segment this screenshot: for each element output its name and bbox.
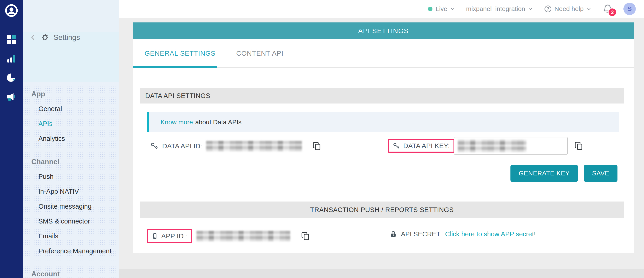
copy-data-api-key-icon[interactable] — [574, 141, 584, 151]
data-api-key-highlight-box: DATA API KEY: — [388, 139, 455, 153]
transaction-section-body: APP ID : — [140, 218, 624, 253]
page-title: API SETTINGS — [358, 27, 409, 35]
know-more-text: about Data APIs — [195, 119, 242, 126]
chevron-down-icon — [450, 6, 456, 12]
sidebar-item-general[interactable]: General — [23, 101, 119, 116]
section-title-account: Account — [31, 270, 119, 278]
sidebar-title: Settings — [54, 33, 80, 42]
notifications-bell[interactable]: 2 — [602, 4, 613, 14]
settings-sidebar: Settings App General APIs Analytics Chan… — [23, 0, 120, 278]
chevron-down-icon — [586, 6, 592, 12]
sidebar-item-emails[interactable]: Emails — [23, 229, 119, 244]
data-api-key-input[interactable] — [454, 137, 568, 155]
tab-bar: GENERAL SETTINGS CONTENT API — [133, 39, 634, 68]
help-label: Need help — [554, 5, 584, 13]
sidebar-item-apis[interactable]: APIs — [23, 116, 119, 131]
api-secret-label: API SECRET: — [401, 230, 442, 238]
live-status-dot — [428, 7, 432, 11]
api-secret-row: API SECRET: Click here to show APP secre… — [390, 230, 536, 238]
project-name: mixpanel_integration — [466, 5, 525, 13]
help-dropdown[interactable]: Need help — [544, 5, 592, 13]
analytics-bars-icon[interactable] — [6, 53, 16, 63]
data-api-section-header: DATA API SETTINGS — [140, 88, 624, 104]
topbar: Live mixpanel_integration Need help 2 S — [120, 0, 644, 18]
transaction-settings-section: TRANSACTION PUSH / REPORTS SETTINGS APP … — [140, 201, 624, 253]
sidebar-item-onsite-messaging[interactable]: Onsite messaging — [23, 199, 119, 214]
page-title-bar: API SETTINGS — [133, 23, 634, 39]
app-id-value-redacted — [196, 231, 290, 241]
section-title-app: App — [31, 90, 119, 98]
data-api-id-label: DATA API ID: — [162, 142, 202, 150]
generate-key-button[interactable]: GENERATE KEY — [510, 165, 578, 182]
notification-badge: 2 — [608, 8, 616, 17]
environment-label: Live — [436, 5, 447, 13]
api-settings-card: API SETTINGS GENERAL SETTINGS CONTENT AP… — [133, 23, 634, 253]
key-icon — [393, 142, 400, 150]
tab-content-api[interactable]: CONTENT API — [236, 50, 283, 57]
sidebar-item-sms-connector[interactable]: SMS & connector — [23, 214, 119, 229]
key-icon — [150, 142, 158, 150]
tab-general-settings[interactable]: GENERAL SETTINGS — [144, 50, 236, 57]
lock-icon — [390, 230, 397, 238]
page-bottom-strip — [120, 269, 644, 278]
campaigns-megaphone-icon[interactable] — [6, 92, 16, 102]
sidebar-section-account: Account Team management Billing — [23, 262, 119, 278]
app-id-highlight-box: APP ID : — [147, 229, 192, 243]
know-more-info-box: Know more about Data APIs — [147, 112, 619, 132]
sidebar-item-preference-management[interactable]: Preference Management — [23, 244, 119, 258]
gear-icon — [41, 34, 49, 41]
data-api-id-value-redacted — [206, 141, 302, 151]
sidebar-item-analytics[interactable]: Analytics — [23, 131, 119, 146]
environment-dropdown[interactable]: Live — [428, 5, 456, 13]
app-id-row: APP ID : — [147, 227, 310, 245]
sidebar-header: Settings — [23, 32, 119, 82]
data-api-buttons: GENERATE KEY SAVE — [510, 165, 618, 182]
chevron-down-icon — [527, 6, 533, 12]
back-chevron-icon[interactable] — [30, 34, 36, 41]
show-app-secret-link[interactable]: Click here to show APP secret! — [445, 230, 536, 238]
copy-data-api-id-icon[interactable] — [312, 141, 322, 151]
data-api-key-label: DATA API KEY: — [403, 142, 450, 150]
sidebar-section-app: App General APIs Analytics — [23, 82, 119, 150]
data-api-key-row: DATA API KEY: — [388, 136, 584, 156]
settings-back-header[interactable]: Settings — [30, 32, 119, 42]
app-id-label: APP ID : — [161, 232, 188, 240]
save-button[interactable]: SAVE — [584, 165, 618, 182]
data-api-settings-section: DATA API SETTINGS Know more about Data A… — [140, 88, 624, 190]
user-avatar[interactable]: S — [624, 3, 636, 15]
data-api-id-row: DATA API ID: — [150, 137, 322, 155]
copy-app-id-icon[interactable] — [301, 231, 310, 241]
question-circle-icon — [544, 5, 552, 13]
left-nav-rail — [0, 0, 23, 278]
data-api-section-body: Know more about Data APIs DATA API ID: — [140, 104, 624, 190]
know-more-link[interactable]: Know more — [160, 119, 193, 126]
sidebar-item-inapp-nativ[interactable]: In-App NATIV — [23, 184, 119, 199]
segments-pie-icon[interactable] — [6, 73, 16, 83]
dashboard-grid-icon[interactable] — [6, 34, 16, 45]
project-dropdown[interactable]: mixpanel_integration — [466, 5, 533, 13]
transaction-section-header: TRANSACTION PUSH / REPORTS SETTINGS — [140, 201, 624, 218]
active-tab-underline — [133, 66, 217, 68]
account-logo-icon[interactable] — [5, 4, 18, 17]
main-content-area: API SETTINGS GENERAL SETTINGS CONTENT AP… — [120, 18, 644, 278]
mobile-phone-icon — [152, 232, 158, 240]
sidebar-item-push[interactable]: Push — [23, 169, 119, 184]
sidebar-section-channel: Channel Push In-App NATIV Onsite messagi… — [23, 150, 119, 262]
section-title-channel: Channel — [31, 158, 119, 166]
data-api-key-value-redacted — [458, 140, 526, 152]
